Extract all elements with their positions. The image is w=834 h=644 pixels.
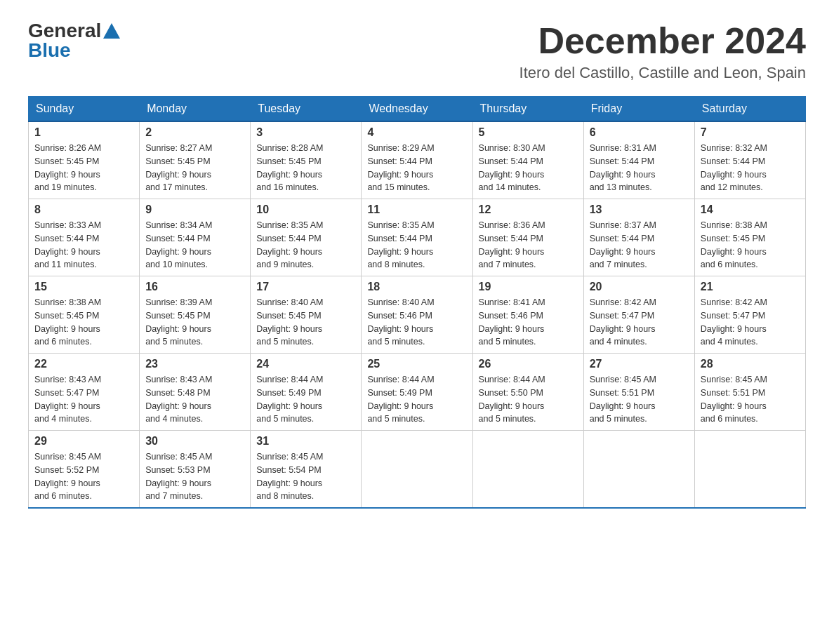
calendar-cell: 6Sunrise: 8:31 AMSunset: 5:44 PMDaylight… xyxy=(583,121,694,199)
day-info: Sunrise: 8:30 AMSunset: 5:44 PMDaylight:… xyxy=(479,142,578,194)
day-number: 5 xyxy=(479,126,578,139)
calendar-cell: 8Sunrise: 8:33 AMSunset: 5:44 PMDaylight… xyxy=(29,199,140,276)
month-title: December 2024 xyxy=(519,21,806,61)
day-info: Sunrise: 8:45 AMSunset: 5:53 PMDaylight:… xyxy=(145,450,244,503)
calendar-cell xyxy=(694,431,805,509)
day-info: Sunrise: 8:31 AMSunset: 5:44 PMDaylight:… xyxy=(590,142,689,194)
page-header: General Blue December 2024 Itero del Cas… xyxy=(28,21,806,82)
logo-blue-text: Blue xyxy=(28,39,71,62)
calendar-cell: 31Sunrise: 8:45 AMSunset: 5:54 PMDayligh… xyxy=(251,431,362,509)
day-number: 4 xyxy=(367,126,466,139)
calendar-day-header: Saturday xyxy=(694,97,805,122)
calendar-cell: 3Sunrise: 8:28 AMSunset: 5:45 PMDaylight… xyxy=(251,121,362,199)
day-info: Sunrise: 8:40 AMSunset: 5:45 PMDaylight:… xyxy=(256,296,355,349)
calendar-week-row: 1Sunrise: 8:26 AMSunset: 5:45 PMDaylight… xyxy=(29,121,806,199)
day-info: Sunrise: 8:38 AMSunset: 5:45 PMDaylight:… xyxy=(34,296,133,349)
day-number: 27 xyxy=(590,358,689,370)
day-number: 2 xyxy=(145,126,244,139)
day-number: 22 xyxy=(34,358,133,370)
day-info: Sunrise: 8:45 AMSunset: 5:52 PMDaylight:… xyxy=(34,450,133,503)
day-number: 17 xyxy=(256,281,355,293)
day-info: Sunrise: 8:37 AMSunset: 5:44 PMDaylight:… xyxy=(590,219,689,271)
calendar-cell xyxy=(583,431,694,509)
day-number: 16 xyxy=(145,281,244,293)
calendar-day-header: Thursday xyxy=(472,97,583,122)
day-number: 3 xyxy=(256,126,355,139)
calendar-cell xyxy=(362,431,472,509)
calendar-cell: 13Sunrise: 8:37 AMSunset: 5:44 PMDayligh… xyxy=(583,199,694,276)
calendar-cell: 1Sunrise: 8:26 AMSunset: 5:45 PMDaylight… xyxy=(29,121,140,199)
calendar-cell: 19Sunrise: 8:41 AMSunset: 5:46 PMDayligh… xyxy=(472,276,583,354)
day-info: Sunrise: 8:45 AMSunset: 5:54 PMDaylight:… xyxy=(256,450,355,503)
day-number: 18 xyxy=(367,281,466,293)
calendar-day-header: Sunday xyxy=(29,97,140,122)
day-number: 19 xyxy=(479,281,578,293)
day-info: Sunrise: 8:45 AMSunset: 5:51 PMDaylight:… xyxy=(701,373,800,426)
calendar-cell: 28Sunrise: 8:45 AMSunset: 5:51 PMDayligh… xyxy=(694,354,805,431)
day-number: 31 xyxy=(256,435,355,448)
calendar-cell xyxy=(472,431,583,509)
calendar-table: SundayMondayTuesdayWednesdayThursdayFrid… xyxy=(28,96,806,509)
day-number: 26 xyxy=(479,358,578,370)
calendar-cell: 18Sunrise: 8:40 AMSunset: 5:46 PMDayligh… xyxy=(362,276,472,354)
day-info: Sunrise: 8:44 AMSunset: 5:49 PMDaylight:… xyxy=(256,373,355,426)
day-info: Sunrise: 8:35 AMSunset: 5:44 PMDaylight:… xyxy=(367,219,466,271)
logo-triangle-icon xyxy=(103,23,120,39)
day-number: 21 xyxy=(701,281,800,293)
calendar-week-row: 15Sunrise: 8:38 AMSunset: 5:45 PMDayligh… xyxy=(29,276,806,354)
calendar-day-header: Monday xyxy=(140,97,251,122)
logo: General Blue xyxy=(28,21,122,62)
day-info: Sunrise: 8:26 AMSunset: 5:45 PMDaylight:… xyxy=(34,142,133,194)
day-info: Sunrise: 8:41 AMSunset: 5:46 PMDaylight:… xyxy=(479,296,578,349)
calendar-cell: 17Sunrise: 8:40 AMSunset: 5:45 PMDayligh… xyxy=(251,276,362,354)
day-number: 7 xyxy=(701,126,800,139)
location-title: Itero del Castillo, Castille and Leon, S… xyxy=(519,64,806,82)
calendar-cell: 30Sunrise: 8:45 AMSunset: 5:53 PMDayligh… xyxy=(140,431,251,509)
title-area: December 2024 Itero del Castillo, Castil… xyxy=(519,21,806,82)
day-number: 28 xyxy=(701,358,800,370)
day-info: Sunrise: 8:44 AMSunset: 5:50 PMDaylight:… xyxy=(479,373,578,426)
day-number: 6 xyxy=(590,126,689,139)
day-number: 24 xyxy=(256,358,355,370)
day-info: Sunrise: 8:32 AMSunset: 5:44 PMDaylight:… xyxy=(701,142,800,194)
calendar-cell: 9Sunrise: 8:34 AMSunset: 5:44 PMDaylight… xyxy=(140,199,251,276)
calendar-cell: 26Sunrise: 8:44 AMSunset: 5:50 PMDayligh… xyxy=(472,354,583,431)
calendar-cell: 7Sunrise: 8:32 AMSunset: 5:44 PMDaylight… xyxy=(694,121,805,199)
day-info: Sunrise: 8:39 AMSunset: 5:45 PMDaylight:… xyxy=(145,296,244,349)
calendar-week-row: 29Sunrise: 8:45 AMSunset: 5:52 PMDayligh… xyxy=(29,431,806,509)
day-info: Sunrise: 8:35 AMSunset: 5:44 PMDaylight:… xyxy=(256,219,355,271)
day-number: 14 xyxy=(701,203,800,216)
day-info: Sunrise: 8:45 AMSunset: 5:51 PMDaylight:… xyxy=(590,373,689,426)
calendar-cell: 4Sunrise: 8:29 AMSunset: 5:44 PMDaylight… xyxy=(362,121,472,199)
calendar-cell: 24Sunrise: 8:44 AMSunset: 5:49 PMDayligh… xyxy=(251,354,362,431)
calendar-cell: 12Sunrise: 8:36 AMSunset: 5:44 PMDayligh… xyxy=(472,199,583,276)
day-info: Sunrise: 8:29 AMSunset: 5:44 PMDaylight:… xyxy=(367,142,466,194)
day-info: Sunrise: 8:33 AMSunset: 5:44 PMDaylight:… xyxy=(34,219,133,271)
calendar-cell: 15Sunrise: 8:38 AMSunset: 5:45 PMDayligh… xyxy=(29,276,140,354)
calendar-day-header: Friday xyxy=(583,97,694,122)
calendar-day-header: Tuesday xyxy=(251,97,362,122)
logo-general-text: General xyxy=(28,21,101,41)
calendar-day-header: Wednesday xyxy=(362,97,472,122)
calendar-cell: 20Sunrise: 8:42 AMSunset: 5:47 PMDayligh… xyxy=(583,276,694,354)
day-number: 25 xyxy=(367,358,466,370)
day-info: Sunrise: 8:43 AMSunset: 5:48 PMDaylight:… xyxy=(145,373,244,426)
day-info: Sunrise: 8:40 AMSunset: 5:46 PMDaylight:… xyxy=(367,296,466,349)
day-number: 30 xyxy=(145,435,244,448)
day-info: Sunrise: 8:38 AMSunset: 5:45 PMDaylight:… xyxy=(701,219,800,271)
day-number: 11 xyxy=(367,203,466,216)
day-info: Sunrise: 8:36 AMSunset: 5:44 PMDaylight:… xyxy=(479,219,578,271)
calendar-cell: 25Sunrise: 8:44 AMSunset: 5:49 PMDayligh… xyxy=(362,354,472,431)
day-info: Sunrise: 8:42 AMSunset: 5:47 PMDaylight:… xyxy=(590,296,689,349)
calendar-header-row: SundayMondayTuesdayWednesdayThursdayFrid… xyxy=(29,97,806,122)
day-number: 1 xyxy=(34,126,133,139)
day-info: Sunrise: 8:43 AMSunset: 5:47 PMDaylight:… xyxy=(34,373,133,426)
calendar-cell: 21Sunrise: 8:42 AMSunset: 5:47 PMDayligh… xyxy=(694,276,805,354)
day-number: 20 xyxy=(590,281,689,293)
day-number: 10 xyxy=(256,203,355,216)
calendar-cell: 27Sunrise: 8:45 AMSunset: 5:51 PMDayligh… xyxy=(583,354,694,431)
day-number: 23 xyxy=(145,358,244,370)
day-number: 29 xyxy=(34,435,133,448)
calendar-cell: 10Sunrise: 8:35 AMSunset: 5:44 PMDayligh… xyxy=(251,199,362,276)
calendar-cell: 22Sunrise: 8:43 AMSunset: 5:47 PMDayligh… xyxy=(29,354,140,431)
